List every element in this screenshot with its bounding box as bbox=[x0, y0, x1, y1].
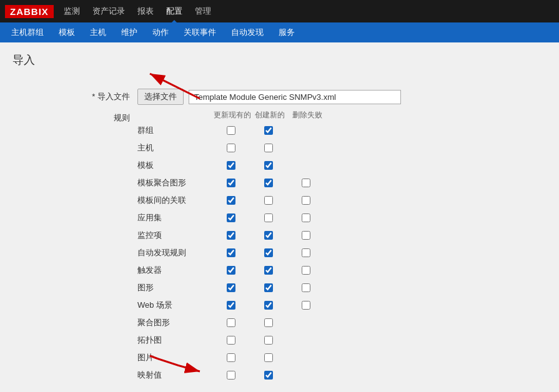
checkbox-update[interactable] bbox=[227, 161, 235, 170]
checkbox-update[interactable] bbox=[227, 248, 235, 257]
top-nav-item-assets[interactable]: 资产记录 bbox=[92, 3, 125, 19]
rule-row: 模板 bbox=[137, 158, 547, 173]
checkbox-update[interactable] bbox=[227, 231, 235, 240]
file-input-area: 选择文件 Template Module Generic SNMPv3.xml bbox=[137, 89, 401, 105]
checkbox-delete[interactable] bbox=[302, 266, 310, 275]
rule-name: 模板 bbox=[137, 160, 212, 171]
top-nav-item-manage[interactable]: 管理 bbox=[195, 3, 211, 19]
checkbox-update[interactable] bbox=[227, 144, 235, 152]
rule-check-delete bbox=[287, 318, 325, 327]
choose-file-button[interactable]: 选择文件 bbox=[137, 89, 184, 105]
checkbox-update[interactable] bbox=[227, 336, 235, 345]
sub-nav-actions[interactable]: 动作 bbox=[146, 24, 175, 41]
sub-nav-hosts[interactable]: 主机 bbox=[84, 24, 112, 41]
rule-name: 图片 bbox=[137, 352, 212, 363]
top-nav-item-reports[interactable]: 报表 bbox=[137, 3, 154, 19]
top-nav-item-config[interactable]: 配置 bbox=[166, 3, 182, 19]
rule-checks bbox=[212, 301, 325, 310]
rule-name: 触发器 bbox=[137, 265, 212, 276]
rule-check-update bbox=[212, 336, 250, 345]
checkbox-create[interactable] bbox=[264, 318, 273, 327]
logo: ZABBIX bbox=[5, 5, 54, 18]
checkbox-create[interactable] bbox=[264, 301, 273, 310]
checkbox-create[interactable] bbox=[264, 161, 273, 170]
checkbox-create[interactable] bbox=[264, 371, 273, 380]
import-form: * 导入文件 选择文件 Template Module Generic SNMP… bbox=[12, 82, 547, 392]
sub-nav-maintenance[interactable]: 维护 bbox=[115, 24, 144, 41]
rule-check-create bbox=[250, 318, 287, 327]
rule-checks bbox=[212, 283, 325, 292]
checkbox-delete[interactable] bbox=[302, 196, 310, 205]
rule-check-delete bbox=[287, 126, 325, 135]
rule-row: 模板间的关联 bbox=[137, 193, 547, 208]
sub-nav-auto-discovery[interactable]: 自动发现 bbox=[225, 24, 270, 41]
checkbox-create[interactable] bbox=[264, 144, 273, 152]
rule-checks bbox=[212, 213, 325, 222]
checkbox-update[interactable] bbox=[227, 213, 235, 222]
rule-name: 主机 bbox=[137, 142, 212, 154]
rule-check-create bbox=[250, 179, 287, 187]
sub-nav-corr-events[interactable]: 关联事件 bbox=[177, 24, 222, 41]
rule-check-update bbox=[212, 266, 250, 275]
checkbox-create[interactable] bbox=[264, 283, 273, 292]
sub-nav-host-group[interactable]: 主机群组 bbox=[5, 24, 50, 41]
checkbox-create[interactable] bbox=[264, 231, 273, 240]
checkbox-create[interactable] bbox=[264, 248, 273, 257]
rules-rows: 群组主机模板模板聚合图形模板间的关联应用集监控项自动发现规则触发器图形Web 场… bbox=[137, 123, 547, 383]
rule-check-update bbox=[212, 196, 250, 205]
checkbox-create[interactable] bbox=[264, 266, 273, 275]
sub-nav-services[interactable]: 服务 bbox=[272, 24, 301, 41]
checkbox-update[interactable] bbox=[227, 283, 235, 292]
checkbox-create[interactable] bbox=[264, 336, 273, 345]
checkbox-delete[interactable] bbox=[302, 179, 310, 187]
checkbox-update[interactable] bbox=[227, 126, 235, 135]
rule-checks bbox=[212, 266, 325, 275]
rule-name: 图形 bbox=[137, 282, 212, 293]
rule-check-delete bbox=[287, 353, 325, 362]
checkbox-update[interactable] bbox=[227, 371, 235, 380]
rule-check-create bbox=[250, 371, 287, 380]
rule-check-update bbox=[212, 179, 250, 187]
checkbox-delete[interactable] bbox=[302, 248, 310, 257]
checkbox-create[interactable] bbox=[264, 353, 273, 362]
top-nav-item-monitor[interactable]: 监测 bbox=[64, 3, 80, 19]
rule-row: 自动发现规则 bbox=[137, 245, 547, 260]
rules-header: 更新现有的 创建新的 删除失败 bbox=[137, 110, 547, 120]
rule-name: 映射值 bbox=[137, 370, 212, 381]
rule-name: 群组 bbox=[137, 125, 212, 136]
checkbox-update[interactable] bbox=[227, 179, 235, 187]
checkbox-delete[interactable] bbox=[302, 231, 310, 240]
checkbox-update[interactable] bbox=[227, 353, 235, 362]
checkbox-create[interactable] bbox=[264, 213, 273, 222]
checkbox-update[interactable] bbox=[227, 196, 235, 205]
checkbox-delete[interactable] bbox=[302, 283, 310, 292]
rule-row: Web 场景 bbox=[137, 298, 547, 313]
checkbox-create[interactable] bbox=[264, 179, 273, 187]
checkbox-update[interactable] bbox=[227, 318, 235, 327]
checkbox-delete[interactable] bbox=[302, 213, 310, 222]
checkbox-update[interactable] bbox=[227, 266, 235, 275]
rule-checks bbox=[212, 353, 325, 362]
rules-table: 更新现有的 创建新的 删除失败 群组主机模板模板聚合图形模板间的关联应用集监控项… bbox=[137, 110, 547, 385]
import-file-row: * 导入文件 选择文件 Template Module Generic SNMP… bbox=[12, 89, 547, 105]
rule-check-create bbox=[250, 213, 287, 222]
rule-checks bbox=[212, 248, 325, 257]
top-nav: ZABBIX 监测 资产记录 报表 配置 管理 bbox=[0, 0, 559, 22]
checkbox-update[interactable] bbox=[227, 301, 235, 310]
rule-checks bbox=[212, 179, 325, 187]
sub-nav-templates[interactable]: 模板 bbox=[52, 24, 81, 41]
rule-row: 触发器 bbox=[137, 263, 547, 278]
checkbox-create[interactable] bbox=[264, 126, 273, 135]
rules-label: 规则 bbox=[12, 110, 137, 124]
rule-row: 应用集 bbox=[137, 210, 547, 225]
header-update: 更新现有的 bbox=[214, 110, 251, 120]
rule-checks bbox=[212, 126, 325, 135]
checkbox-delete[interactable] bbox=[302, 301, 310, 310]
rule-check-create bbox=[250, 283, 287, 292]
rule-row: 模板聚合图形 bbox=[137, 175, 547, 190]
checkbox-create[interactable] bbox=[264, 196, 273, 205]
rule-checks bbox=[212, 318, 325, 327]
rule-check-create bbox=[250, 144, 287, 152]
rule-checks bbox=[212, 336, 325, 345]
rule-name: 聚合图形 bbox=[137, 317, 212, 328]
